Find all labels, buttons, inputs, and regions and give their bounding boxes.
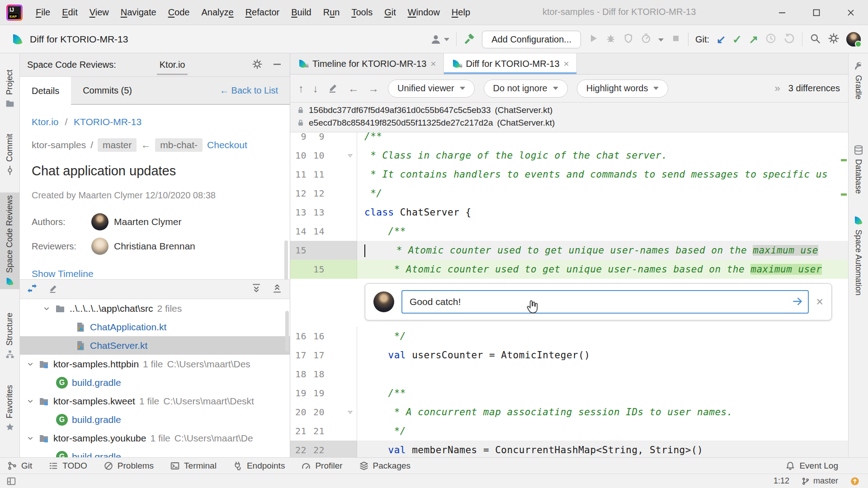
tool-window-endpoints[interactable]: Endpoints <box>233 461 285 471</box>
tree-row-build.gradle[interactable]: Gbuild.gradle <box>20 410 290 429</box>
user-avatar[interactable] <box>846 32 861 47</box>
tool-stripe-favorites[interactable]: Favorites <box>0 382 19 435</box>
search-everywhere-button[interactable] <box>809 33 821 46</box>
panel-settings-button[interactable] <box>252 59 263 71</box>
push-button[interactable]: ↗ <box>749 34 758 45</box>
tool-stripe-structure[interactable]: Structure <box>0 310 19 362</box>
dropdown-button[interactable] <box>658 35 664 43</box>
code-line[interactable]: 1616 */ <box>290 327 848 346</box>
profile-button[interactable] <box>641 33 651 46</box>
rollback-button[interactable] <box>783 33 795 46</box>
close-tab-icon[interactable]: × <box>430 58 436 69</box>
highlight-select[interactable]: Highlight words <box>577 80 669 98</box>
update-notification-icon[interactable] <box>850 476 860 486</box>
menu-git[interactable]: Git <box>378 7 402 18</box>
tab-commits[interactable]: Commits (5) <box>71 77 144 104</box>
tool-window-event-log[interactable]: Event Log <box>785 461 838 471</box>
show-timeline-link[interactable]: Show Timeline <box>32 268 94 279</box>
tree-row-ChatApplication.kt[interactable]: ChatApplication.kt <box>20 318 290 336</box>
tree-row-ktor-samples.httpbin[interactable]: ktor-samples.httpbin 1 file C:\Users\maa… <box>20 355 290 373</box>
close-tab-icon[interactable]: × <box>564 58 569 69</box>
tool-window-layout-icon[interactable] <box>6 476 16 486</box>
back-to-list-link[interactable]: ← Back to List <box>220 85 278 96</box>
code-line[interactable]: 1414 /** <box>290 222 848 241</box>
menu-refactor[interactable]: Refactor <box>240 7 286 18</box>
build-project-button[interactable] <box>463 33 475 46</box>
breadcrumb-project-link[interactable]: Ktor.io <box>32 117 59 127</box>
coverage-button[interactable] <box>623 33 634 46</box>
checkout-link[interactable]: Checkout <box>207 140 247 150</box>
run-button[interactable] <box>588 33 599 46</box>
window-minimize-button[interactable] <box>765 0 799 25</box>
debug-button[interactable] <box>605 33 616 46</box>
window-maximize-button[interactable] <box>799 0 834 25</box>
tool-stripe-project[interactable]: Project <box>0 67 19 111</box>
tree-row-ktor-samples.kweet[interactable]: ktor-samples.kweet 1 file C:\Users\maart… <box>20 392 290 410</box>
code-line[interactable]: 1111 * It contains handlers to events an… <box>290 165 848 184</box>
code-line[interactable]: 1212 */ <box>290 184 848 203</box>
menu-edit[interactable]: Edit <box>56 7 83 18</box>
user-menu[interactable] <box>430 33 449 45</box>
menu-analyze[interactable]: Analyze <box>195 7 239 18</box>
tool-stripe-space-code-reviews[interactable]: Space Code Reviews <box>0 192 19 289</box>
git-branch-widget[interactable]: master <box>801 476 838 486</box>
menu-window[interactable]: Window <box>402 7 446 18</box>
menu-help[interactable]: Help <box>446 7 476 18</box>
tool-window-terminal[interactable]: Terminal <box>170 461 217 471</box>
code-line[interactable]: 1919 /** <box>290 384 848 403</box>
arrow-right-button[interactable]: → <box>368 83 379 94</box>
expand-all-button[interactable] <box>251 283 262 296</box>
code-line[interactable]: 1010 * Class in charge of the logic of t… <box>290 146 848 165</box>
comment-input[interactable] <box>401 290 809 314</box>
edit-button[interactable] <box>48 283 59 296</box>
tree-row-..-..-..-..-app-chat-src[interactable]: ..\..\..\..\app\chat\src 2 files <box>20 299 290 318</box>
tree-row-build.gradle[interactable]: Gbuild.gradle <box>20 447 290 457</box>
compare-arrows-button[interactable] <box>27 283 38 296</box>
send-comment-icon[interactable] <box>792 296 803 309</box>
tool-stripe-gradle[interactable]: Gradle <box>849 58 868 102</box>
tool-stripe-database[interactable]: Database <box>849 142 868 197</box>
project-tab-ktor-io[interactable]: Ktor.io <box>157 55 188 75</box>
arrow-up-button[interactable]: ↑ <box>298 83 304 94</box>
editor-tab-0[interactable]: Timeline for KTORIO-MR-13 × <box>290 53 444 74</box>
editor-tab-1[interactable]: Diff for KTORIO-MR-13 × <box>444 53 577 74</box>
edit-button[interactable] <box>327 82 339 95</box>
menu-file[interactable]: File <box>30 7 56 18</box>
caret-position[interactable]: 1:12 <box>774 476 789 486</box>
update-project-button[interactable]: ↙ <box>716 34 726 45</box>
breadcrumb-review-link[interactable]: KTORIO-MR-13 <box>74 117 142 127</box>
tool-window-git[interactable]: Git <box>7 461 32 471</box>
tool-window-profiler[interactable]: Profiler <box>301 461 342 471</box>
code-line[interactable]: 15 * Atomic counter used to get unique u… <box>290 241 848 260</box>
code-line[interactable]: 2121 */ <box>290 422 848 441</box>
menu-build[interactable]: Build <box>285 7 317 18</box>
arrow-down-button[interactable]: ↓ <box>313 83 318 94</box>
menu-navigate[interactable]: Navigate <box>115 7 162 18</box>
window-close-button[interactable] <box>834 0 868 25</box>
menu-view[interactable]: View <box>84 7 115 18</box>
tool-window-todo[interactable]: TODO <box>48 461 87 471</box>
code-line[interactable]: 2020 * A concurrent map associating sess… <box>290 403 848 422</box>
menu-tools[interactable]: Tools <box>345 7 378 18</box>
tool-stripe-commit[interactable]: Commit <box>0 131 19 178</box>
menu-code[interactable]: Code <box>162 7 196 18</box>
stop-button[interactable] <box>670 33 681 46</box>
tree-row-build.gradle[interactable]: Gbuild.gradle <box>20 373 290 392</box>
ignore-select[interactable]: Do not ignore <box>484 80 568 98</box>
viewer-select[interactable]: Unified viewer <box>388 80 475 98</box>
tree-scrollbar[interactable] <box>285 311 289 352</box>
tool-window-problems[interactable]: Problems <box>104 461 154 471</box>
toolbar-overflow-icon[interactable]: » <box>775 83 780 94</box>
details-scrollbar[interactable] <box>284 240 288 279</box>
arrow-left-button[interactable]: ← <box>348 83 359 94</box>
collapse-all-button[interactable] <box>272 283 283 296</box>
hide-panel-button[interactable] <box>272 59 283 71</box>
tool-stripe-space-automation[interactable]: Space Automation <box>849 212 868 298</box>
code-line[interactable]: 1717 val usersCounter = AtomicInteger() <box>290 346 848 365</box>
tree-row-ChatServer.kt[interactable]: ChatServer.kt <box>20 336 290 355</box>
history-button[interactable] <box>765 33 777 46</box>
code-line[interactable]: 15 * Atomic counter used to get unique u… <box>290 260 848 279</box>
tab-details[interactable]: Details <box>20 77 71 105</box>
add-configuration-button[interactable]: Add Configuration... <box>482 31 581 48</box>
menu-run[interactable]: Run <box>317 7 346 18</box>
